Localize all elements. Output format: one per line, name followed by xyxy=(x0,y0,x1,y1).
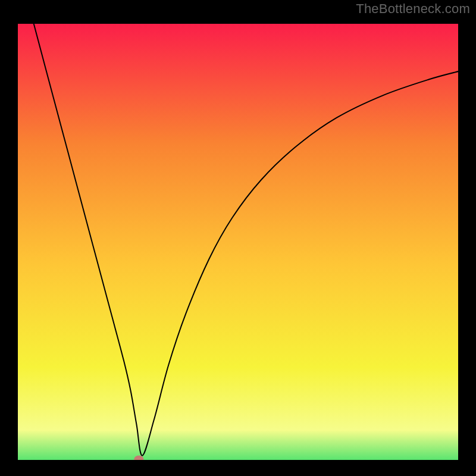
gradient-background xyxy=(12,18,464,466)
plot-svg xyxy=(0,0,476,476)
chart-stage: TheBottleneck.com xyxy=(0,0,476,476)
watermark-text: TheBottleneck.com xyxy=(356,1,470,17)
